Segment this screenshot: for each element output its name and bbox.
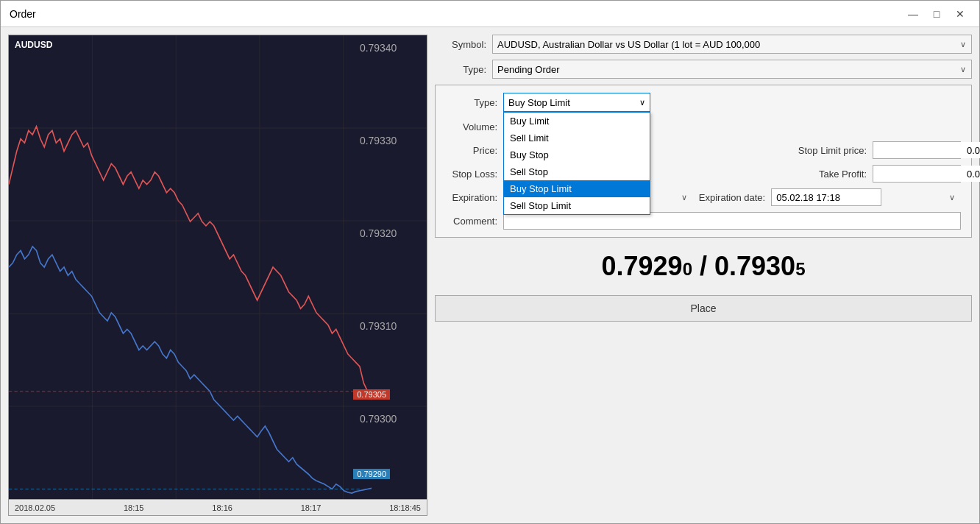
stop-limit-price-input[interactable]: 0.00000 [873, 142, 980, 158]
ask-small-digit: 5 [795, 259, 805, 279]
symbol-select-wrapper[interactable]: AUDUSD, Australian Dollar vs US Dollar (… [492, 35, 972, 54]
window-controls: — □ ✕ [903, 5, 970, 23]
right-panel: Symbol: AUDUSD, Australian Dollar vs US … [435, 35, 972, 516]
title-bar: Order — □ ✕ [1, 1, 979, 27]
volume-label: Volume: [446, 121, 497, 132]
bid-small-digit: 0 [683, 259, 692, 279]
window-title: Order [10, 8, 36, 20]
dropdown-item-sell-stop[interactable]: Sell Stop [504, 163, 650, 180]
order-window: Order — □ ✕ AUDUSD [0, 0, 980, 524]
symbol-select[interactable]: AUDUSD, Australian Dollar vs US Dollar (… [492, 35, 972, 54]
dropdown-item-sell-stop-limit[interactable]: Sell Stop Limit [504, 197, 650, 214]
time-label-3: 18:17 [301, 503, 322, 512]
ask-price-badge: 0.79290 [353, 469, 390, 479]
minimize-button[interactable]: — [903, 5, 923, 23]
svg-text:0.79340: 0.79340 [360, 42, 397, 54]
take-profit-input[interactable]: 0.00000 [873, 166, 980, 182]
type-dropdown-list: Buy Limit Sell Limit Buy Stop Sell Stop … [503, 112, 650, 215]
type-dropdown-selected: Buy Stop Limit [508, 97, 570, 108]
pending-type-row: Type: Buy Stop Limit ∨ Buy Limit Sell Li… [446, 93, 961, 112]
chart-symbol-label: AUDUSD [15, 40, 52, 50]
order-type-select-wrapper[interactable]: Pending Order [492, 60, 972, 79]
stop-loss-label: Stop Loss: [446, 169, 497, 180]
take-profit-label: Take Profit: [819, 169, 867, 180]
comment-label: Comment: [446, 216, 497, 227]
dropdown-item-buy-limit[interactable]: Buy Limit [504, 113, 650, 130]
stop-limit-price-spinner[interactable]: 0.00000 ▲ ▼ [873, 141, 961, 159]
svg-text:0.79300: 0.79300 [360, 413, 397, 425]
dropdown-item-sell-limit[interactable]: Sell Limit [504, 130, 650, 146]
dropdown-item-buy-stop-limit[interactable]: Buy Stop Limit [504, 180, 650, 197]
svg-text:0.79320: 0.79320 [360, 227, 397, 239]
bid-main-price: 0.7929 [602, 251, 683, 281]
order-type-select[interactable]: Pending Order [492, 60, 972, 79]
expiration-date-label: Expiration date: [699, 192, 765, 203]
type-dropdown-button[interactable]: Buy Stop Limit ∨ [503, 93, 650, 112]
time-axis: 2018.02.05 18:15 18:16 18:17 18:18:45 [9, 499, 427, 515]
price-chart: 0.79340 0.79330 0.79320 0.79310 0.79300 [9, 35, 427, 499]
type-label: Type: [435, 64, 486, 75]
maximize-button[interactable]: □ [926, 5, 947, 23]
expiration-date-select[interactable]: 05.02.18 17:18 [771, 188, 881, 206]
stop-limit-price-label: Stop Limit price: [798, 145, 867, 156]
chart-area: AUDUSD 0.79340 0.79330 0.79320 0.79310 [8, 35, 427, 516]
main-content: AUDUSD 0.79340 0.79330 0.79320 0.79310 [1, 27, 979, 523]
bid-price-badge: 0.79305 [353, 389, 390, 400]
svg-rect-0 [9, 35, 427, 499]
time-label-0: 2018.02.05 [15, 503, 55, 512]
time-label-4: 18:18:45 [389, 503, 421, 512]
take-profit-spinner[interactable]: 0.00000 ▲ ▼ [873, 165, 961, 183]
pending-type-label: Type: [446, 97, 497, 108]
close-button[interactable]: ✕ [950, 5, 970, 23]
dropdown-chevron-icon: ∨ [639, 98, 645, 107]
dropdown-item-buy-stop[interactable]: Buy Stop [504, 146, 650, 163]
time-label-2: 18:16 [212, 503, 232, 512]
type-dropdown[interactable]: Buy Stop Limit ∨ Buy Limit Sell Limit Bu… [503, 93, 650, 112]
place-button[interactable]: Place [435, 295, 972, 322]
svg-text:0.79330: 0.79330 [360, 135, 397, 146]
bid-ask-display: 0.79290 / 0.79305 [602, 251, 806, 281]
expiration-label: Expiration: [446, 192, 497, 203]
svg-text:0.79310: 0.79310 [360, 320, 397, 332]
price-label: Price: [446, 145, 497, 156]
ask-main-price: 0.7930 [714, 251, 795, 281]
pending-order-box: Type: Buy Stop Limit ∨ Buy Limit Sell Li… [435, 85, 972, 238]
symbol-row: Symbol: AUDUSD, Australian Dollar vs US … [435, 35, 972, 54]
symbol-label: Symbol: [435, 39, 486, 50]
price-separator: / [700, 251, 714, 281]
expiration-date-wrapper[interactable]: 05.02.18 17:18 [771, 188, 961, 206]
price-display: 0.79290 / 0.79305 [435, 244, 972, 289]
type-row: Type: Pending Order [435, 60, 972, 79]
time-label-1: 18:15 [124, 503, 144, 512]
